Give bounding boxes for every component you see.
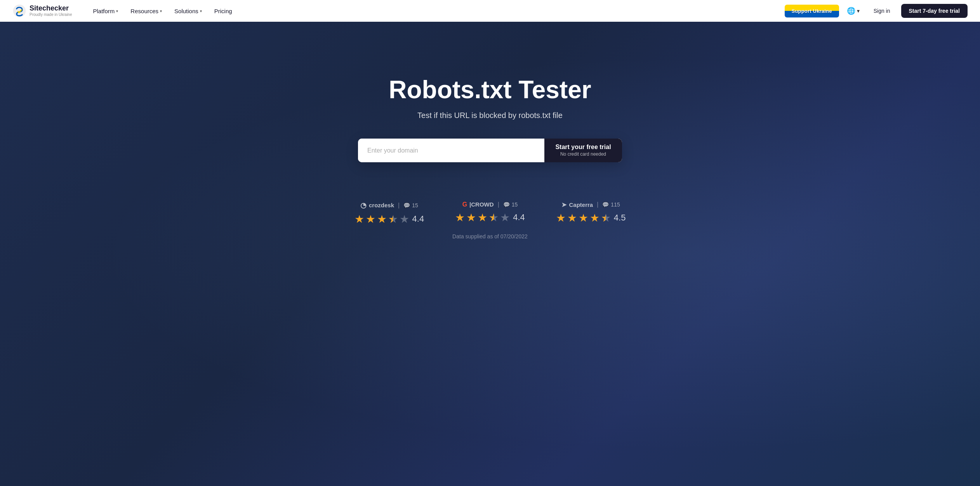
star-3: ★: [579, 212, 588, 224]
divider: |: [597, 201, 598, 208]
globe-icon: 🌐: [847, 7, 855, 15]
capterra-score: 4.5: [614, 213, 626, 223]
star-3: ★: [377, 213, 387, 226]
g2crowd-reviews: 💬 15: [503, 201, 518, 208]
search-container: Start your free trial No credit card nee…: [358, 139, 622, 162]
star-5: ★: [500, 211, 510, 224]
hero-subtitle: Test if this URL is blocked by robots.tx…: [417, 111, 563, 120]
hero-section: Robots.txt Tester Test if this URL is bl…: [0, 22, 980, 486]
logo-text-area: Sitechecker Proudly made in Ukraine: [30, 5, 72, 17]
chevron-down-icon: ▾: [200, 9, 202, 13]
cta-sub-text: No credit card needed: [560, 151, 606, 158]
star-1: ★: [455, 211, 465, 224]
nav-solutions-label: Solutions: [174, 8, 198, 14]
star-4: ★: [590, 212, 599, 224]
g2crowd-stars: ★ ★ ★ ★ ★ ★ 4.4: [455, 211, 525, 224]
g2crowd-score: 4.4: [513, 212, 525, 222]
star-5: ★ ★: [601, 212, 611, 224]
start-free-trial-button[interactable]: Start your free trial No credit card nee…: [544, 139, 622, 162]
capterra-icon: ➤: [561, 201, 566, 208]
crozdesk-label: crozdesk: [369, 202, 394, 208]
crozdesk-review-count: 15: [412, 202, 418, 208]
comment-icon: 💬: [403, 202, 410, 208]
nav-resources-label: Resources: [130, 8, 158, 14]
nav-right: Support Ukraine 🌐 ▾ Sign in Start 7-day …: [785, 4, 968, 18]
star-2: ★: [567, 212, 577, 224]
nav-solutions[interactable]: Solutions ▾: [169, 5, 207, 17]
capterra-stars: ★ ★ ★ ★ ★ ★ 4.5: [556, 212, 626, 224]
logo-icon: [12, 4, 26, 18]
crozdesk-reviews: 💬 15: [403, 202, 418, 208]
rating-capterra: ➤ Capterra | 💬 115 ★ ★ ★ ★ ★ ★ 4.5: [556, 201, 626, 224]
brand-name: Sitechecker: [30, 5, 72, 12]
rating-header-crozdesk: ◔ crozdesk | 💬 15: [360, 201, 418, 210]
chevron-down-icon: ▾: [857, 8, 860, 14]
crozdesk-stars: ★ ★ ★ ★ ★ ★ 4.4: [354, 213, 424, 226]
star-2: ★: [366, 213, 375, 226]
crozdesk-icon: ◔: [360, 201, 367, 210]
brand-tagline: Proudly made in Ukraine: [30, 12, 72, 17]
logo-link[interactable]: Sitechecker Proudly made in Ukraine: [12, 4, 72, 18]
capterra-review-count: 115: [611, 201, 620, 208]
ratings-section: ◔ crozdesk | 💬 15 ★ ★ ★ ★ ★ ★ 4.4: [339, 201, 641, 226]
capterra-reviews: 💬 115: [602, 201, 620, 208]
navbar: Sitechecker Proudly made in Ukraine Plat…: [0, 0, 980, 22]
g2crowd-review-count: 15: [512, 201, 518, 208]
g2crowd-logo: G |CROWD: [462, 201, 494, 208]
crozdesk-logo: ◔ crozdesk: [360, 201, 394, 210]
capterra-logo: ➤ Capterra: [561, 201, 593, 208]
hero-title: Robots.txt Tester: [389, 76, 591, 103]
nav-pricing-label: Pricing: [214, 8, 232, 14]
crozdesk-score: 4.4: [412, 214, 424, 224]
nav-platform-label: Platform: [93, 8, 115, 14]
comment-icon: 💬: [503, 201, 510, 208]
divider: |: [498, 201, 499, 208]
star-1: ★: [354, 213, 364, 226]
sign-in-button[interactable]: Sign in: [867, 5, 897, 17]
domain-input[interactable]: [358, 139, 544, 162]
star-4: ★ ★: [489, 211, 499, 224]
start-trial-button[interactable]: Start 7-day free trial: [901, 4, 968, 18]
g2crowd-icon: G: [462, 201, 467, 208]
rating-header-g2crowd: G |CROWD | 💬 15: [462, 201, 518, 208]
nav-resources[interactable]: Resources ▾: [125, 5, 167, 17]
rating-crozdesk: ◔ crozdesk | 💬 15 ★ ★ ★ ★ ★ ★ 4.4: [354, 201, 424, 226]
rating-header-capterra: ➤ Capterra | 💬 115: [561, 201, 620, 208]
support-ukraine-button[interactable]: Support Ukraine: [785, 5, 839, 17]
nav-links: Platform ▾ Resources ▾ Solutions ▾ Prici…: [88, 5, 785, 17]
g2crowd-label: |CROWD: [469, 201, 494, 208]
capterra-label: Capterra: [569, 201, 593, 208]
chevron-down-icon: ▾: [116, 9, 118, 13]
star-4: ★ ★: [388, 213, 398, 226]
star-2: ★: [466, 211, 476, 224]
data-supplied-text: Data supplied as of 07/20/2022: [452, 233, 528, 240]
nav-pricing[interactable]: Pricing: [209, 5, 238, 17]
cta-main-text: Start your free trial: [555, 143, 611, 151]
star-5: ★: [400, 213, 409, 226]
nav-platform[interactable]: Platform ▾: [88, 5, 124, 17]
divider: |: [398, 202, 400, 209]
language-selector[interactable]: 🌐 ▾: [844, 4, 863, 17]
star-3: ★: [478, 211, 487, 224]
chevron-down-icon: ▾: [160, 9, 162, 13]
star-1: ★: [556, 212, 566, 224]
comment-icon: 💬: [602, 201, 609, 208]
rating-g2crowd: G |CROWD | 💬 15 ★ ★ ★ ★ ★ ★ 4.4: [455, 201, 525, 224]
